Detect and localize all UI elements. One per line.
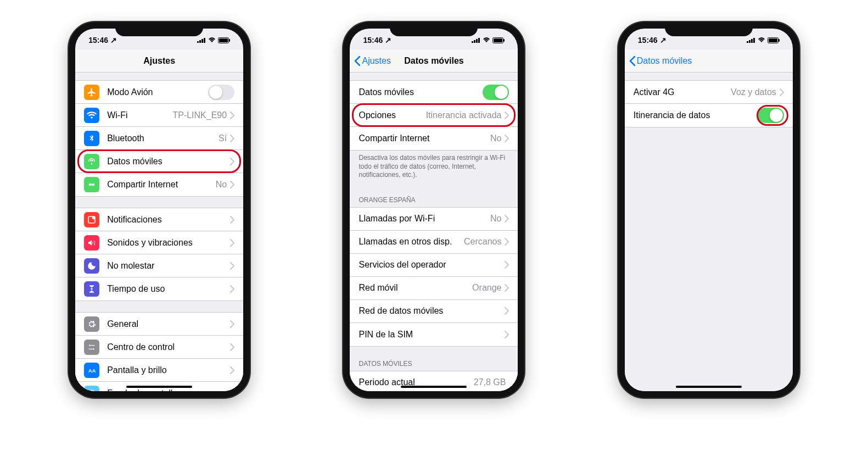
settings-row[interactable]: Red móvilOrange [350, 277, 518, 300]
chevron-right-icon [505, 215, 509, 223]
screen-3: 15:46↗ Datos móviles Activar 4GVoz y dat… [625, 29, 793, 391]
settings-row[interactable]: Llamadas en otros disp.Cercanos [350, 231, 518, 254]
status-time: 15:46 [363, 36, 383, 45]
row-label: Datos móviles [107, 157, 230, 166]
cells-container: Llamadas por Wi-FiNoLlamadas en otros di… [350, 207, 518, 347]
settings-row[interactable]: PIN de la SIM [350, 323, 518, 346]
svg-rect-26 [476, 39, 478, 43]
cells-container: NotificacionesSonidos y vibracionesNo mo… [75, 208, 243, 301]
notifications-icon [84, 212, 99, 227]
row-label: Modo Avión [107, 87, 208, 97]
svg-rect-45 [769, 38, 777, 42]
svg-rect-25 [474, 40, 475, 43]
settings-row[interactable]: AAPantalla y brillo [75, 359, 243, 382]
svg-rect-27 [478, 38, 480, 43]
svg-rect-29 [494, 38, 502, 42]
dnd-icon [84, 258, 99, 274]
settings-row[interactable]: OpcionesItinerancia activada [350, 104, 518, 127]
settings-row[interactable]: Compartir InternetNo [75, 173, 243, 196]
wifi-icon [84, 108, 99, 123]
svg-rect-24 [472, 41, 473, 43]
row-value: 27,8 GB [474, 377, 506, 387]
hotspot-icon [84, 177, 99, 192]
row-value: Itinerancia activada [426, 110, 502, 120]
cellular-content[interactable]: Datos móvilesOpcionesItinerancia activad… [350, 73, 518, 391]
settings-row[interactable]: Sonidos y vibraciones [75, 231, 243, 254]
settings-row[interactable]: Llamadas por Wi-FiNo [350, 208, 518, 231]
signal-icon [472, 37, 480, 43]
settings-row[interactable]: Modo Avión [75, 81, 243, 104]
chevron-right-icon [505, 112, 509, 119]
row-label: Centro de control [107, 342, 230, 352]
settings-row[interactable]: Notificaciones [75, 208, 243, 231]
settings-row[interactable]: Datos móviles [350, 81, 518, 104]
settings-row[interactable]: Tiempo de uso [75, 277, 243, 301]
chevron-left-icon [354, 55, 361, 66]
row-label: Compartir Internet [359, 134, 490, 143]
svg-text:AA: AA [88, 368, 96, 374]
settings-row[interactable]: Centro de control [75, 336, 243, 359]
location-icon: ↗ [110, 36, 117, 45]
row-label: Activar 4G [634, 87, 731, 97]
settings-group: NotificacionesSonidos y vibracionesNo mo… [75, 208, 243, 301]
back-button[interactable]: Ajustes [354, 55, 390, 66]
cells-container: GeneralCentro de controlAAPantalla y bri… [75, 312, 243, 391]
toggle-switch[interactable] [483, 85, 509, 100]
chevron-right-icon [230, 262, 234, 270]
back-label: Datos móviles [637, 56, 692, 66]
screen-2: 15:46↗ Ajustes Datos móviles Datos móvil… [350, 29, 518, 391]
row-label: Sonidos y vibraciones [107, 238, 230, 248]
toggle-switch[interactable] [208, 85, 234, 100]
settings-row[interactable]: Red de datos móviles [350, 300, 518, 323]
nav-bar: Datos móviles [625, 49, 793, 73]
home-indicator[interactable] [126, 386, 192, 388]
settings-content[interactable]: Modo AviónWi-FiTP-LINK_E90BluetoothSíDat… [75, 73, 243, 391]
nav-bar: Ajustes Datos móviles [350, 49, 518, 73]
back-button[interactable]: Datos móviles [629, 55, 692, 66]
notch [115, 22, 203, 36]
chevron-right-icon [230, 135, 234, 142]
home-indicator[interactable] [401, 386, 467, 388]
settings-row[interactable]: General [75, 313, 243, 336]
row-label: Notificaciones [107, 215, 230, 225]
row-value: TP-LINK_E90 [172, 110, 227, 120]
chevron-right-icon [505, 261, 509, 269]
row-label: Red móvil [359, 283, 472, 293]
display-icon: AA [84, 363, 99, 378]
control-icon [84, 340, 99, 355]
row-value: No [490, 134, 501, 143]
chevron-right-icon [780, 88, 784, 96]
settings-row[interactable]: Activar 4GVoz y datos [625, 81, 793, 104]
row-label: Tiempo de uso [107, 284, 230, 294]
svg-rect-1 [199, 40, 201, 43]
chevron-right-icon [230, 181, 234, 188]
signal-icon [197, 37, 206, 43]
settings-row[interactable]: Compartir InternetNo [350, 127, 518, 150]
chevron-right-icon [505, 135, 509, 142]
chevron-right-icon [230, 390, 234, 392]
settings-row[interactable]: Wi-FiTP-LINK_E90 [75, 104, 243, 127]
phone-mockup-2: 15:46↗ Ajustes Datos móviles Datos móvil… [343, 22, 524, 398]
options-content[interactable]: Activar 4GVoz y datosItinerancia de dato… [625, 73, 793, 391]
settings-group: GeneralCentro de controlAAPantalla y bri… [75, 312, 243, 391]
status-icons [747, 37, 780, 43]
chevron-right-icon [230, 112, 234, 119]
settings-row[interactable]: Servicios del operador [350, 254, 518, 277]
row-label: Bluetooth [107, 134, 219, 143]
nav-bar: Ajustes [75, 49, 243, 73]
row-value: Orange [472, 283, 501, 293]
settings-row[interactable]: No molestar [75, 254, 243, 277]
row-label: Fondo de pantalla [107, 388, 230, 392]
settings-row[interactable]: BluetoothSí [75, 127, 243, 150]
settings-row[interactable]: Itinerancia de datos [625, 104, 793, 127]
svg-rect-13 [91, 345, 95, 346]
wifi-icon [208, 37, 216, 43]
settings-row[interactable]: Datos móviles [75, 150, 243, 173]
home-indicator[interactable] [676, 386, 742, 388]
chevron-right-icon [230, 285, 234, 293]
nav-title: Ajustes [143, 56, 175, 66]
settings-row: Periodo actual27,8 GB [350, 371, 518, 391]
sounds-icon [84, 235, 99, 251]
chevron-right-icon [230, 320, 234, 328]
toggle-switch[interactable] [758, 108, 784, 123]
